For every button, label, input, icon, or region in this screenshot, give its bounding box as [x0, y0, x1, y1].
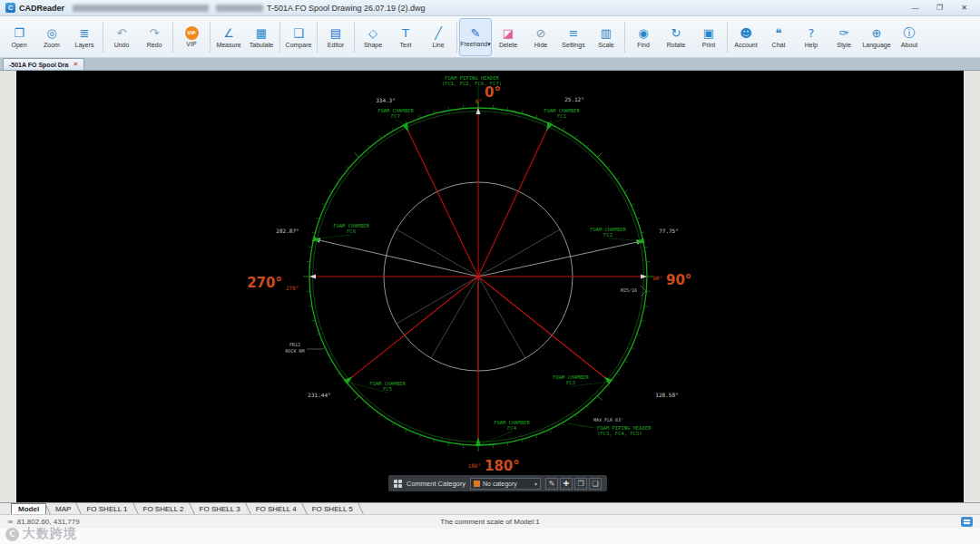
account-label: Account — [734, 42, 757, 48]
sheet-tab-fo-shell-2[interactable]: FO SHELL 2 — [137, 503, 191, 514]
zoom-label: Zoom — [44, 42, 60, 48]
delete-button[interactable]: ◪Delete — [492, 18, 524, 56]
zoom-button[interactable]: ◎Zoom — [35, 18, 68, 56]
rotate-label: Rotate — [667, 42, 686, 48]
svg-text:180°: 180° — [468, 462, 481, 469]
hide-button[interactable]: ⊘Hide — [524, 18, 557, 56]
rotate-button[interactable]: ↻Rotate — [660, 18, 692, 56]
settings-button[interactable]: ≡Settings — [557, 18, 590, 56]
scale-icon: ▥ — [601, 26, 612, 41]
undo-icon: ↶ — [117, 26, 127, 41]
svg-text:M25/16: M25/16 — [621, 287, 637, 293]
sheet-tab-fo-shell-4[interactable]: FO SHELL 4 — [250, 503, 303, 514]
style-label: Style — [837, 42, 851, 48]
line-button[interactable]: ╱Line — [422, 18, 455, 56]
edit-comment-icon[interactable]: ✎ — [545, 478, 558, 490]
comment-category-label: Comment Category — [407, 480, 466, 488]
chevron-down-icon: ▾ — [534, 481, 537, 487]
toolbar-separator — [279, 22, 280, 53]
about-button[interactable]: ⓘAbout — [893, 18, 926, 56]
line-label: Line — [432, 42, 444, 48]
chamber-FC6: FOAM CHAMBERFC6282.87° — [276, 223, 369, 241]
svg-text:FC2: FC2 — [603, 232, 612, 238]
text-label: Text — [400, 42, 412, 48]
minimize-button[interactable]: — — [903, 0, 927, 15]
close-button[interactable]: ✕ — [952, 0, 976, 15]
chamber-FC2: FOAM CHAMBERFC277.75° — [590, 227, 679, 243]
find-button[interactable]: ◉Find — [627, 18, 660, 56]
svg-text:231.44°: 231.44° — [308, 392, 330, 398]
about-icon: ⓘ — [904, 26, 916, 41]
paste-comment-icon[interactable]: ❏ — [589, 478, 602, 490]
undo-label: Undo — [114, 42, 130, 48]
svg-text:270°: 270° — [286, 285, 299, 291]
scale-label: Scale — [598, 42, 614, 48]
help-icon: ? — [808, 26, 815, 41]
rotate-icon: ↻ — [671, 26, 681, 41]
category-grid-icon[interactable] — [394, 480, 402, 488]
chat-label: Chat — [772, 42, 786, 48]
open-button[interactable]: ❐Open — [3, 18, 35, 56]
sheet-tab-fo-shell-1[interactable]: FO SHELL 1 — [80, 503, 133, 514]
scale-button[interactable]: ▥Scale — [590, 18, 622, 56]
measure-label: Measure — [216, 42, 240, 48]
compare-button[interactable]: ❑Compare — [282, 18, 315, 56]
account-icon: ☻ — [740, 26, 752, 41]
tabulate-button[interactable]: ▦Tabulate — [245, 18, 278, 56]
copy-comment-icon[interactable]: ❐ — [574, 478, 587, 490]
window-controls: — ❐ ✕ — [903, 0, 976, 15]
layers-button[interactable]: ≣Layers — [68, 18, 101, 56]
status-menu-icon[interactable]: ≡ — [7, 518, 14, 526]
tabulate-icon: ▦ — [256, 26, 267, 41]
drawing-canvas[interactable]: FOAM CHAMBERFC7334.3°FOAM CHAMBERFC125.1… — [16, 71, 964, 502]
redo-button[interactable]: ↷Redo — [138, 18, 171, 56]
help-button[interactable]: ?Help — [795, 18, 828, 56]
chamber-FC3: FOAM CHAMBERFC3128.58° — [553, 374, 679, 398]
freehand-button[interactable]: ✎Freehand▾ — [459, 18, 492, 56]
svg-text:270°: 270° — [247, 275, 282, 291]
move-comment-icon[interactable]: ✚ — [560, 478, 573, 490]
language-button[interactable]: ⊕Language — [860, 18, 893, 56]
sheet-tab-model[interactable]: Model — [11, 503, 46, 514]
watermark: C 大数跨境 — [5, 526, 77, 542]
svg-text:(FC3, FC4, FC5): (FC3, FC4, FC5) — [597, 431, 642, 436]
undo-button[interactable]: ↶Undo — [105, 18, 138, 56]
measure-button[interactable]: ∠Measure — [212, 18, 245, 56]
category-dropdown[interactable]: No category ▾ — [470, 478, 541, 490]
open-label: Open — [11, 42, 26, 48]
document-tab-close-icon[interactable]: ✕ — [73, 61, 78, 68]
toolbar-separator — [456, 22, 457, 53]
style-button[interactable]: ✑Style — [828, 18, 860, 56]
shape-button[interactable]: ◇Shape — [357, 18, 389, 56]
angle-label-180: 180°180° — [468, 458, 520, 474]
sheet-tab-map[interactable]: MAP — [49, 503, 77, 514]
shape-icon: ◇ — [368, 26, 377, 41]
chat-button[interactable]: ❝Chat — [762, 18, 795, 56]
layers-label: Layers — [74, 42, 93, 48]
feedback-icon[interactable] — [961, 517, 973, 527]
redo-icon: ↷ — [150, 26, 160, 41]
open-icon: ❐ — [14, 26, 24, 41]
sheet-tab-fo-shell-3[interactable]: FO SHELL 3 — [193, 503, 247, 514]
account-button[interactable]: ☻Account — [730, 18, 762, 56]
svg-text:90°: 90° — [652, 275, 662, 281]
language-label: Language — [862, 42, 890, 48]
find-label: Find — [637, 42, 650, 48]
vip-button[interactable]: VIPVIP — [175, 18, 208, 56]
line-icon: ╱ — [435, 26, 442, 41]
svg-text:(FC1, FC2, FC6, FC7): (FC1, FC2, FC6, FC7) — [442, 81, 502, 86]
about-label: About — [901, 42, 917, 48]
document-tab[interactable]: -501A FO Spool Dra ✕ — [3, 58, 84, 70]
svg-text:FC1: FC1 — [557, 113, 566, 119]
help-label: Help — [805, 42, 818, 48]
sheet-tab-fo-shell-5[interactable]: FO SHELL 5 — [306, 503, 359, 514]
text-button[interactable]: TText — [389, 18, 422, 56]
maximize-button[interactable]: ❐ — [927, 0, 952, 15]
angle-label-90: 90°90° — [652, 272, 691, 288]
toolbar-separator — [727, 22, 728, 53]
compare-label: Compare — [286, 42, 312, 48]
print-button[interactable]: ▣Print — [692, 18, 725, 56]
editor-button[interactable]: ▤Editor — [319, 18, 352, 56]
svg-text:ROCK RM: ROCK RM — [285, 348, 304, 354]
red-radial-lines — [309, 108, 647, 445]
